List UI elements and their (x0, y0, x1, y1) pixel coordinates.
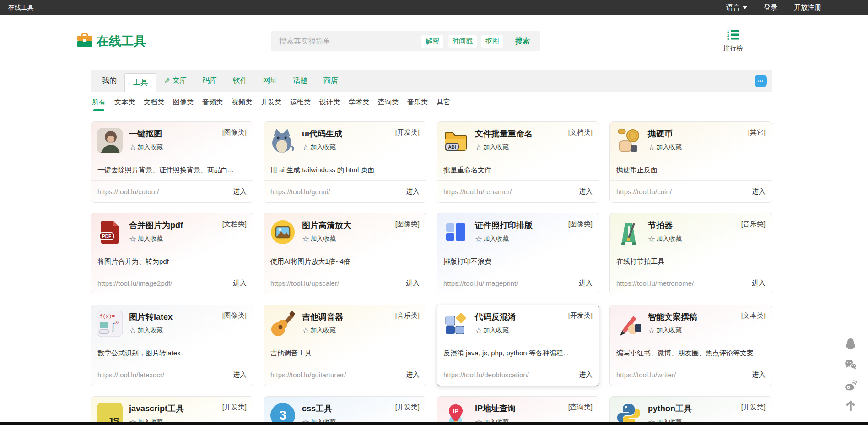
tool-url[interactable]: https://tool.lu/deobfuscation/ (443, 371, 529, 379)
qq-icon[interactable] (844, 337, 857, 351)
tool-url[interactable]: https://tool.lu/writer/ (616, 371, 676, 379)
tool-title[interactable]: IP地址查询 (475, 403, 516, 414)
add-favorite-button[interactable]: 加入收藏 (475, 234, 593, 244)
category-academic[interactable]: 学术类 (347, 97, 371, 111)
tool-title[interactable]: 图片高清放大 (302, 220, 351, 231)
add-favorite-button[interactable]: 加入收藏 (648, 234, 766, 244)
enter-link[interactable]: 进入 (579, 371, 593, 379)
scroll-to-top-icon[interactable] (844, 399, 857, 413)
tool-title[interactable]: 抛硬币 (648, 128, 673, 139)
tool-card-image2pdf[interactable]: PDF 合并图片为pdf [文档类] 加入收藏 将图片合并为、转为pdf htt… (91, 213, 253, 294)
search-input[interactable] (278, 37, 421, 46)
tab-topics[interactable]: 话题 (286, 70, 316, 92)
tool-title[interactable]: ui代码生成 (302, 128, 342, 139)
language-menu[interactable]: 语言 (726, 3, 747, 12)
wechat-icon[interactable] (844, 358, 857, 371)
tool-title[interactable]: 一键抠图 (129, 128, 162, 139)
quick-link-decrypt[interactable]: 解密 (421, 35, 443, 48)
tool-title[interactable]: 吉他调音器 (302, 311, 343, 322)
tool-title[interactable]: css工具 (302, 403, 332, 414)
tool-card-metronome[interactable]: 节拍器 [音乐类] 加入收藏 在线打节拍工具 https://tool.lu/m… (609, 213, 772, 294)
add-favorite-button[interactable]: 加入收藏 (129, 234, 247, 244)
tool-url[interactable]: https://tool.lu/imageprint/ (443, 279, 518, 287)
add-favorite-button[interactable]: 加入收藏 (129, 142, 247, 153)
add-favorite-button[interactable]: 加入收藏 (129, 326, 247, 336)
tool-url[interactable]: https://tool.lu/renamer/ (443, 188, 512, 196)
tool-url[interactable]: https://tool.lu/coin/ (616, 188, 672, 196)
add-favorite-button[interactable]: 加入收藏 (302, 326, 420, 336)
site-logo[interactable]: 在线工具 (77, 33, 146, 49)
tool-card-deobfuscation[interactable]: 代码反混淆 [开发类] 加入收藏 反混淆 java, js, php, pyth… (437, 305, 599, 386)
tool-url[interactable]: https://tool.lu/cutout/ (97, 188, 159, 196)
category-all[interactable]: 所有 (91, 97, 107, 111)
tab-library[interactable]: 文库 (156, 70, 195, 92)
enter-link[interactable]: 进入 (752, 187, 766, 196)
tab-codebase[interactable]: 码库 (195, 70, 225, 92)
category-design[interactable]: 设计类 (318, 97, 341, 111)
tool-card-latexocr[interactable]: f(x)=∫x² 图片转latex [图像类] 加入收藏 数学公式识别，图片转l… (91, 305, 253, 386)
tool-card-imageprint[interactable]: 证件照打印排版 [图像类] 加入收藏 排版打印不浪费 https://tool.… (437, 213, 599, 294)
enter-link[interactable]: 进入 (752, 279, 766, 288)
tool-title[interactable]: 代码反混淆 (475, 311, 516, 322)
enter-link[interactable]: 进入 (406, 371, 420, 379)
tool-url[interactable]: https://tool.lu/upscaler/ (270, 279, 339, 287)
tool-title[interactable]: 文件批量重命名 (475, 128, 533, 139)
category-ops[interactable]: 运维类 (289, 97, 312, 111)
tab-store[interactable]: 商店 (316, 70, 346, 92)
tool-url[interactable]: https://tool.lu/guitartuner/ (270, 371, 346, 379)
tool-title[interactable]: 图片转latex (129, 311, 173, 322)
tool-url[interactable]: https://tool.lu/genui/ (270, 188, 330, 196)
tool-card-renamer[interactable]: ABI 文件批量重命名 [文档类] 加入收藏 批量重命名文件 https://t… (437, 121, 599, 203)
tool-title[interactable]: 合并图片为pdf (129, 220, 183, 231)
tool-url[interactable]: https://tool.lu/metronome/ (616, 279, 694, 287)
tool-card-upscaler[interactable]: 图片高清放大 [图像类] 加入收藏 使用AI将图片放大1倍~4倍 https:/… (264, 213, 426, 294)
tool-card-genui[interactable]: ui代码生成 [开发类] 加入收藏 用 ai 生成 tailwindcss 的 … (264, 121, 426, 203)
enter-link[interactable]: 进入 (406, 187, 420, 196)
quick-link-cutout[interactable]: 抠图 (481, 35, 503, 48)
category-text[interactable]: 文本类 (113, 97, 136, 111)
add-favorite-button[interactable]: 加入收藏 (648, 142, 766, 153)
enter-link[interactable]: 进入 (406, 279, 420, 288)
tab-tools[interactable]: 工具 (124, 73, 156, 92)
category-music[interactable]: 音乐类 (406, 97, 429, 111)
add-favorite-button[interactable]: 加入收藏 (475, 142, 593, 153)
tool-url[interactable]: https://tool.lu/image2pdf/ (97, 279, 172, 287)
tool-card-writer[interactable]: 智能文案撰稿 [文本类] 加入收藏 编写小红书、微博、朋友圈、热点评论等文案 h… (609, 305, 772, 386)
category-video[interactable]: 视频类 (230, 97, 253, 111)
add-favorite-button[interactable]: 加入收藏 (302, 142, 420, 153)
category-query[interactable]: 查询类 (377, 97, 400, 111)
category-audio[interactable]: 音频类 (201, 97, 224, 111)
chat-bubble-icon[interactable] (755, 75, 767, 87)
enter-link[interactable]: 进入 (233, 187, 247, 196)
category-other[interactable]: 其它 (435, 97, 452, 111)
tool-card-guitartuner[interactable]: 吉他调音器 [音乐类] 加入收藏 吉他调音工具 https://tool.lu/… (264, 305, 426, 386)
tab-mine[interactable]: 我的 (94, 70, 124, 92)
category-document[interactable]: 文档类 (142, 97, 166, 111)
quick-link-timestamp[interactable]: 时间戳 (448, 35, 477, 48)
add-favorite-button[interactable]: 加入收藏 (475, 326, 593, 336)
add-favorite-button[interactable]: 加入收藏 (648, 326, 766, 336)
category-image[interactable]: 图像类 (172, 97, 195, 111)
tool-title[interactable]: 节拍器 (648, 220, 673, 231)
enter-link[interactable]: 进入 (752, 371, 766, 379)
tool-url[interactable]: https://tool.lu/latexocr/ (97, 371, 164, 379)
ranking-entry[interactable]: 1 2 3 排行榜 (718, 29, 748, 53)
tool-card-javascript[interactable]: JS javascript工具 [开发类] 加入收藏 进入 (91, 396, 253, 425)
register-link[interactable]: 开放注册 (794, 3, 821, 12)
enter-link[interactable]: 进入 (233, 279, 247, 288)
tool-title[interactable]: python工具 (648, 403, 692, 414)
tool-title[interactable]: 智能文案撰稿 (648, 311, 697, 322)
tool-card-coin[interactable]: 抛硬币 [其它] 加入收藏 抛硬币正反面 https://tool.lu/coi… (609, 121, 772, 203)
tool-title[interactable]: javascript工具 (129, 403, 184, 414)
category-dev[interactable]: 开发类 (259, 97, 283, 111)
tool-card-cutout[interactable]: 一键抠图 [图像类] 加入收藏 一键去除照片背景、证件照换背景、商品白... h… (91, 121, 253, 203)
tool-title[interactable]: 证件照打印排版 (475, 220, 533, 231)
enter-link[interactable]: 进入 (579, 279, 593, 288)
tab-websites[interactable]: 网址 (255, 70, 286, 92)
search-button[interactable]: 搜索 (515, 37, 530, 46)
add-favorite-button[interactable]: 加入收藏 (302, 234, 420, 244)
tab-software[interactable]: 软件 (225, 70, 255, 92)
enter-link[interactable]: 进入 (579, 187, 593, 196)
weibo-icon[interactable] (844, 378, 857, 392)
tool-card-css[interactable]: 3 css工具 [开发类] 加入收藏 进入 (264, 396, 426, 425)
